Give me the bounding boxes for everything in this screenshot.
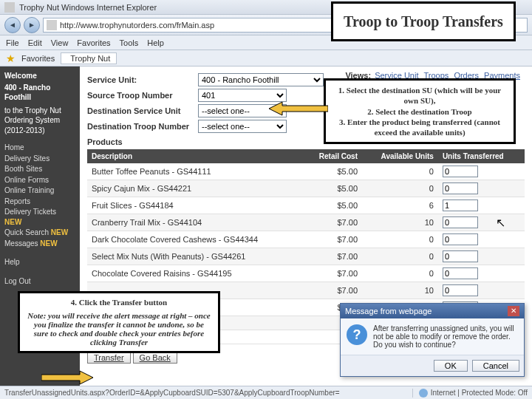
- sidebar-item-messages[interactable]: Messages NEW: [4, 239, 75, 249]
- table-row: Spicy Cajun Mix - GS44221$5.000: [87, 180, 525, 197]
- confirm-dialog: Message from webpage ✕ ? After transferr…: [340, 303, 525, 377]
- menu-edit[interactable]: Edit: [28, 38, 42, 47]
- menu-tools[interactable]: Tools: [120, 38, 139, 47]
- table-row: Cranberry Trail Mix - GS44104$7.0010: [87, 214, 525, 231]
- dialog-title-bar: Message from webpage ✕: [341, 304, 524, 318]
- cell-retail: $7.00: [304, 231, 362, 248]
- sidebar-item-delivery-sites[interactable]: Delivery Sites: [4, 154, 75, 164]
- units-transferred-input[interactable]: [443, 200, 478, 211]
- sidebar-item-help[interactable]: Help: [4, 257, 75, 267]
- cell-description: Fruit Slices - GS44184: [87, 197, 304, 214]
- th-transferred: Units Transferred: [438, 149, 525, 163]
- status-zone: Internet | Protected Mode: Off: [412, 389, 528, 398]
- cell-description: Dark Chocolate Covered Cashews - GS44344: [87, 231, 304, 248]
- globe-icon: [419, 389, 428, 398]
- service-unit-label: Service Unit:: [87, 75, 198, 84]
- forward-button[interactable]: ►: [24, 17, 40, 33]
- table-row: Select Mix Nuts (With Peanuts) - GS44261…: [87, 248, 525, 265]
- th-available: Available Units: [362, 149, 438, 163]
- cell-available: 0: [362, 180, 438, 197]
- units-transferred-input[interactable]: [443, 166, 478, 177]
- arrow-to-dest-su: [269, 100, 328, 117]
- cell-available: 0: [362, 163, 438, 180]
- table-row: Dark Chocolate Covered Cashews - GS44344…: [87, 231, 525, 248]
- dialog-close-button[interactable]: ✕: [508, 306, 519, 316]
- dest-su-label: Destination Service Unit: [87, 106, 198, 115]
- sidebar-item-online-forms[interactable]: Online Forms: [4, 175, 75, 185]
- source-troop-label: Source Troop Number: [87, 91, 198, 100]
- cell-available: 10: [362, 282, 438, 299]
- sidebar-item-reports[interactable]: Reports: [4, 197, 75, 207]
- cell-retail: $5.00: [304, 163, 362, 180]
- annotation-steps: 1. Select the destination SU (which will…: [324, 78, 516, 144]
- annotation-title: Troop to Troop Transfers: [331, 1, 516, 41]
- sidebar-item-online-training[interactable]: Online Training: [4, 185, 75, 196]
- cell-retail: $5.00: [304, 197, 362, 214]
- cell-transferred: [438, 180, 525, 197]
- dialog-ok-button[interactable]: OK: [434, 360, 468, 372]
- sidebar-system: to the Trophy Nut Ordering System (2012-…: [4, 106, 75, 136]
- cell-description: Spicy Cajun Mix - GS44221: [87, 180, 304, 197]
- status-left: TransferUnassignedUnits.aspx?OrderID=&Ap…: [4, 389, 405, 397]
- arrow-to-transfer: [41, 369, 93, 386]
- units-transferred-input[interactable]: [443, 216, 478, 228]
- cell-transferred: [438, 197, 525, 214]
- cell-transferred: [438, 265, 525, 282]
- menu-favorites[interactable]: Favorites: [77, 38, 110, 47]
- cell-transferred: [438, 248, 525, 265]
- th-retail: Retail Cost: [304, 149, 362, 163]
- menu-help[interactable]: Help: [147, 38, 164, 47]
- cell-retail: $7.00: [304, 248, 362, 265]
- table-row: Fruit Slices - GS44184$5.006: [87, 197, 525, 214]
- table-row: Butter Toffee Peanuts - GS44111$5.000: [87, 163, 525, 180]
- dialog-body: After transferring unassigned units, you…: [373, 324, 518, 349]
- cell-retail: $5.00: [304, 180, 362, 197]
- units-transferred-input[interactable]: [443, 233, 478, 245]
- dest-troop-select[interactable]: --select one--: [198, 120, 287, 133]
- cell-retail: $7.00: [304, 265, 362, 282]
- favorites-star-icon[interactable]: ★: [6, 52, 16, 64]
- cell-available: 0: [362, 231, 438, 248]
- window-title: Trophy Nut Windows Internet Explorer: [19, 3, 157, 12]
- service-unit-select[interactable]: 400 - Rancho Foothill: [198, 73, 324, 86]
- cell-transferred: [438, 282, 525, 299]
- sidebar-item-booth-sites[interactable]: Booth Sites: [4, 164, 75, 174]
- sidebar-item-quick-search[interactable]: Quick Search NEW: [4, 228, 75, 238]
- menu-file[interactable]: File: [6, 38, 19, 47]
- menu-view[interactable]: View: [51, 38, 69, 47]
- annotation-note: 4. Click the Transfer button Note: you w…: [18, 291, 220, 353]
- favicon: [4, 2, 15, 13]
- svg-marker-0: [269, 102, 328, 115]
- question-icon: ?: [347, 324, 367, 345]
- units-transferred-input[interactable]: [443, 183, 478, 194]
- cell-available: 0: [362, 265, 438, 282]
- browser-tab[interactable]: Trophy Nut: [61, 52, 117, 64]
- sidebar-item-logout[interactable]: Log Out: [4, 276, 75, 287]
- transfer-button[interactable]: Transfer: [87, 352, 131, 364]
- cell-available: 10: [362, 214, 438, 231]
- cell-available: 0: [362, 248, 438, 265]
- sidebar-item-home[interactable]: Home: [4, 143, 75, 153]
- go-back-button[interactable]: Go Back: [133, 352, 177, 364]
- units-transferred-input[interactable]: [443, 267, 478, 279]
- sidebar-item-delivery-tickets[interactable]: Delivery Tickets NEW: [4, 207, 75, 227]
- favorites-label[interactable]: Favorites: [21, 54, 55, 63]
- back-button[interactable]: ◄: [4, 17, 21, 33]
- cell-description: Cranberry Trail Mix - GS44104: [87, 214, 304, 231]
- dest-troop-label: Destination Troop Number: [87, 122, 198, 131]
- cell-description: Chocolate Covered Raisins - GS44195: [87, 265, 304, 282]
- cell-available: 6: [362, 197, 438, 214]
- cell-transferred: [438, 231, 525, 248]
- cell-retail: $7.00: [304, 282, 362, 299]
- sidebar-welcome: Welcome: [4, 71, 75, 81]
- svg-marker-1: [41, 371, 93, 384]
- favorites-bar: ★ Favorites Trophy Nut: [0, 50, 532, 66]
- dialog-cancel-button[interactable]: Cancel: [472, 360, 519, 372]
- units-transferred-input[interactable]: [443, 284, 478, 296]
- sidebar-su-name: 400 - Rancho Foothill: [4, 83, 75, 103]
- units-transferred-input[interactable]: [443, 250, 478, 262]
- url-text: http://www.trophynutorders.com/frMain.as…: [60, 21, 214, 30]
- cell-description: Butter Toffee Peanuts - GS44111: [87, 163, 304, 180]
- cell-retail: $7.00: [304, 214, 362, 231]
- th-description: Description: [87, 149, 304, 163]
